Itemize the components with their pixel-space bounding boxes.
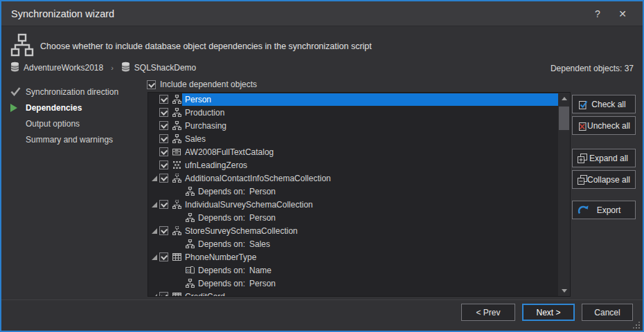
collapse-all-button[interactable]: Collapse all [572,170,636,189]
schema-icon [185,213,195,223]
object-name: Person [247,185,558,198]
object-name: Person [247,212,558,224]
dependency-row[interactable]: PhoneNumberType [148,250,558,264]
row-checkbox[interactable] [159,226,168,235]
wizard-steps: Synchronization direction Dependencies O… [10,84,145,147]
wizard-step-label: Summary and warnings [26,135,113,145]
dependencies-rows: Person Production Purchasing Sales AW200… [148,93,558,296]
expander-icon [150,108,159,118]
wizard-step-label: Output options [26,119,80,129]
dependency-row[interactable]: Depends on: Person [148,211,558,224]
side-actions: Check all Uncheck all Expand all Collaps… [572,95,636,219]
row-checkbox[interactable] [159,95,168,104]
depends-on-label: Depends on: [198,266,249,275]
expander-icon [150,134,159,144]
object-name: CreditCard [182,290,558,297]
wizard-description: Choose whether to include database objec… [40,42,372,51]
expander-icon[interactable] [150,252,159,262]
close-button[interactable]: ✕ [612,6,633,22]
object-name: PhoneNumberType [182,251,558,264]
arrow-down-icon [562,289,567,293]
depends-on-label: Depends on: [198,279,249,288]
wizard-step-summary-and-warnings[interactable]: Summary and warnings [10,131,145,147]
fulltext-catalog-icon [172,147,181,157]
row-checkbox[interactable] [159,108,168,117]
object-name: Name [247,264,558,277]
uncheck-all-button[interactable]: Uncheck all [572,116,636,135]
object-name: Sales [247,238,558,250]
uncheck-all-icon [577,120,589,134]
object-name: Purchasing [182,120,558,132]
depends-on-label: Depends on: [198,213,249,223]
schema-icon [172,134,181,144]
next-button[interactable]: Next > [522,304,575,321]
dependency-row[interactable]: 01 Depends on: Name [148,264,558,277]
include-dependent-label: Include dependent objects [160,80,257,89]
row-checkbox[interactable] [159,200,168,209]
resize-grip[interactable] [632,321,640,329]
title-bar: Synchronization wizard ? ✕ [1,1,643,26]
scalar-function-icon [172,160,181,170]
schema-icon [185,279,195,288]
xml-schema-collection-icon [172,174,181,183]
depends-on-label: Depends on: [198,239,249,249]
row-checkbox[interactable] [159,121,168,130]
wizard-step-output-options[interactable]: Output options [10,116,145,131]
row-checkbox[interactable] [159,252,168,261]
wizard-step-dependencies[interactable]: Dependencies [10,100,145,116]
dependencies-icon [10,33,34,59]
object-name: Person [247,277,558,290]
dependency-row[interactable]: Depends on: Person [148,277,558,290]
row-checkbox[interactable] [159,147,168,156]
synchronization-wizard-dialog: Synchronization wizard ? ✕ Choose whethe… [0,0,644,332]
dependency-row[interactable]: Sales [148,132,558,145]
expander-icon[interactable] [150,200,159,210]
object-name: ufnLeadingZeros [182,159,558,172]
scroll-up-button[interactable] [558,93,570,104]
dependency-row[interactable]: Production [148,106,558,119]
export-button[interactable]: Export [572,201,636,219]
dependency-row[interactable]: Depends on: Sales [148,237,558,250]
row-checkbox[interactable] [159,134,168,143]
vertical-scrollbar[interactable] [558,93,570,296]
object-name: Person [182,93,558,106]
prev-button[interactable]: < Prev [461,304,515,321]
expander-icon[interactable] [150,174,159,183]
object-name: StoreSurveySchemaCollection [182,225,558,237]
row-checkbox[interactable] [159,292,168,296]
schema-icon [185,187,195,196]
breadcrumb: AdventureWorks2018 › SQLShackDemo [10,61,196,75]
depends-on-label: Depends on: [198,187,249,196]
row-checkbox[interactable] [159,174,168,183]
dependency-row[interactable]: IndividualSurveySchemaCollection [148,198,558,211]
expand-all-button[interactable]: Expand all [572,149,636,167]
expander-icon[interactable] [150,292,159,297]
schema-icon [172,121,181,131]
user-datatype-icon: 01 [185,266,195,275]
check-all-button[interactable]: Check all [572,95,636,113]
scroll-down-button[interactable] [558,285,570,296]
help-button[interactable]: ? [587,6,608,22]
row-checkbox[interactable] [159,160,168,169]
wizard-step-synchronization-direction[interactable]: Synchronization direction [10,84,145,100]
dependency-row[interactable]: CreditCard [148,290,558,296]
dependency-row[interactable]: ufnLeadingZeros [148,158,558,172]
table-icon [172,292,181,297]
dependency-row[interactable]: Person [148,93,558,106]
wizard-step-label: Synchronization direction [26,87,118,97]
dependency-row[interactable]: AW2008FullTextCatalog [148,145,558,158]
include-dependent-objects[interactable]: Include dependent objects [147,78,257,91]
include-dependent-checkbox[interactable] [147,80,156,89]
dependencies-list: Person Production Purchasing Sales AW200… [147,92,571,297]
object-name: AdditionalContactInfoSchemaCollection [182,172,558,185]
dependency-row[interactable]: AdditionalContactInfoSchemaCollection [148,172,558,185]
step-current-arrow-icon [10,104,26,112]
step-check-icon [10,87,26,96]
dependency-row[interactable]: Purchasing [148,119,558,132]
expander-icon[interactable] [150,226,159,236]
scrollbar-thumb[interactable] [559,107,569,130]
cancel-button[interactable]: Cancel [582,304,633,321]
dependency-row[interactable]: Depends on: Person [148,185,558,198]
svg-text:01: 01 [186,268,191,273]
dependency-row[interactable]: StoreSurveySchemaCollection [148,224,558,237]
